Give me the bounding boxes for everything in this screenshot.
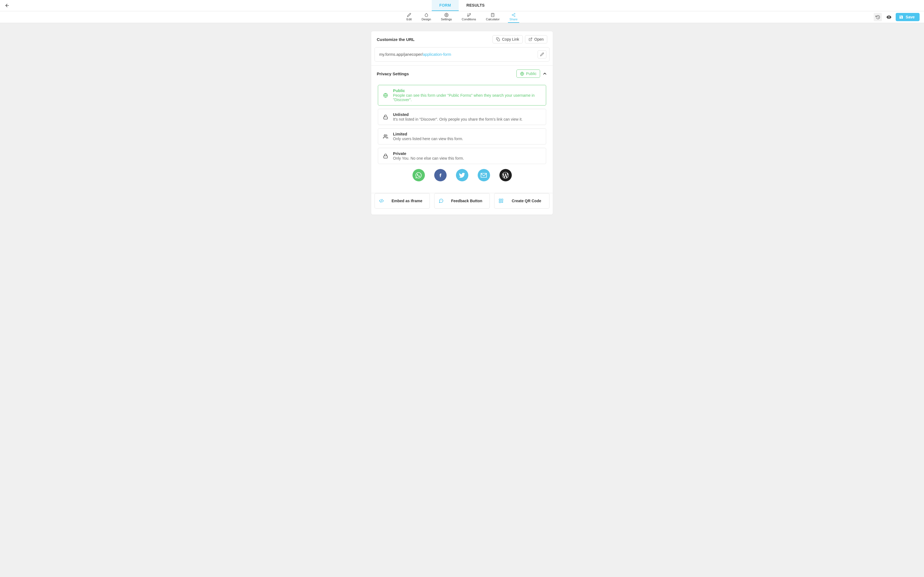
tool-design[interactable]: Design (420, 11, 433, 23)
share-email-button[interactable] (478, 169, 490, 181)
tab-form[interactable]: FORM (432, 0, 459, 11)
svg-point-1 (446, 14, 447, 15)
pencil-icon (407, 13, 411, 17)
privacy-option-title: Public (393, 89, 541, 93)
open-link-button[interactable]: Open (525, 35, 547, 44)
tab-results[interactable]: RESULTS (459, 0, 492, 11)
svg-rect-32 (501, 199, 503, 200)
whatsapp-icon (415, 172, 422, 178)
chat-icon (438, 198, 444, 203)
pencil-icon (540, 53, 544, 56)
embed-iframe-label: Embed as Iframe (388, 199, 426, 203)
tool-calculator-label: Calculator (486, 18, 500, 21)
share-icon (511, 13, 515, 17)
privacy-option-title: Unlisted (393, 112, 541, 117)
privacy-option-desc: People can see this form under "Public F… (393, 93, 541, 102)
external-link-icon (528, 37, 532, 41)
tool-settings[interactable]: Settings (439, 11, 454, 23)
copy-link-label: Copy Link (502, 37, 519, 42)
chevron-up-icon[interactable] (542, 71, 547, 76)
tool-edit-label: Edit (407, 18, 412, 21)
copy-link-button[interactable]: Copy Link (493, 35, 522, 44)
preview-button[interactable] (885, 13, 893, 21)
svg-line-27 (381, 199, 382, 203)
gear-icon (444, 13, 449, 17)
privacy-badge[interactable]: Public (517, 69, 540, 78)
svg-line-16 (513, 15, 514, 16)
url-base: my.forms.app/janecoper/ (379, 52, 423, 56)
tool-conditions-label: Conditions (462, 18, 476, 21)
privacy-option-limited[interactable]: Limited Only users listed here can view … (378, 128, 546, 145)
tool-share-label: Share (510, 18, 517, 21)
wordpress-icon (502, 172, 509, 179)
save-button-label: Save (906, 15, 915, 19)
qr-icon (498, 198, 504, 203)
privacy-option-unlisted[interactable]: Unlisted It's not listed in "Discover". … (378, 109, 546, 125)
privacy-option-public[interactable]: Public People can see this form under "P… (378, 85, 546, 105)
copy-icon (496, 37, 500, 41)
svg-line-17 (513, 14, 514, 15)
calculator-icon (491, 13, 495, 17)
tool-edit[interactable]: Edit (405, 11, 414, 23)
history-button[interactable] (874, 13, 882, 21)
url-slug: application-form (423, 52, 451, 56)
unlock-icon (383, 114, 389, 119)
tool-calculator[interactable]: Calculator (484, 11, 501, 23)
tool-design-label: Design (422, 18, 431, 21)
privacy-option-private[interactable]: Private Only You. No one else can view t… (378, 148, 546, 164)
qr-label: Create QR Code (508, 199, 545, 203)
svg-rect-24 (384, 117, 388, 119)
arrow-left-icon (5, 3, 10, 8)
twitter-icon (459, 172, 465, 178)
privacy-badge-label: Public (526, 71, 536, 76)
save-icon (899, 15, 903, 19)
feedback-button-card[interactable]: Feedback Button (434, 193, 489, 208)
envelope-icon (481, 172, 487, 178)
share-wordpress-button[interactable] (499, 169, 512, 181)
branch-icon (467, 13, 471, 17)
feedback-label: Feedback Button (448, 199, 485, 203)
privacy-option-title: Limited (393, 132, 541, 136)
tool-settings-label: Settings (441, 18, 452, 21)
tool-share[interactable]: Share (508, 11, 519, 23)
share-whatsapp-button[interactable] (412, 169, 425, 181)
svg-rect-26 (384, 156, 388, 158)
svg-line-19 (530, 38, 532, 40)
privacy-option-desc: Only users listed here can view this for… (393, 137, 541, 141)
globe-icon (520, 72, 524, 76)
privacy-section-title: Privacy Settings (377, 71, 409, 76)
eye-icon (886, 15, 892, 20)
tool-conditions[interactable]: Conditions (460, 11, 478, 23)
globe-icon (383, 93, 389, 98)
share-facebook-button[interactable] (434, 169, 447, 181)
embed-iframe-button[interactable]: Embed as Iframe (375, 193, 430, 208)
save-button[interactable]: Save (896, 13, 919, 21)
facebook-icon (439, 172, 442, 178)
privacy-option-title: Private (393, 152, 541, 156)
edit-url-button[interactable] (538, 50, 546, 58)
privacy-option-desc: It's not listed in "Discover". Only peop… (393, 117, 541, 121)
users-icon (383, 134, 389, 139)
share-twitter-button[interactable] (456, 169, 468, 181)
open-link-label: Open (534, 37, 544, 42)
url-section-title: Customize the URL (377, 37, 415, 42)
privacy-option-desc: Only You. No one else can view this form… (393, 156, 541, 160)
url-display: my.forms.app/janecoper/application-form (375, 47, 549, 61)
history-icon (876, 15, 880, 19)
svg-rect-18 (498, 39, 500, 41)
lock-icon (383, 153, 389, 158)
drop-icon (424, 13, 428, 17)
svg-rect-31 (499, 199, 501, 200)
code-icon (379, 198, 384, 203)
svg-point-25 (384, 135, 386, 136)
qr-code-button[interactable]: Create QR Code (494, 193, 549, 208)
svg-rect-33 (499, 201, 501, 203)
back-button[interactable] (3, 2, 11, 9)
